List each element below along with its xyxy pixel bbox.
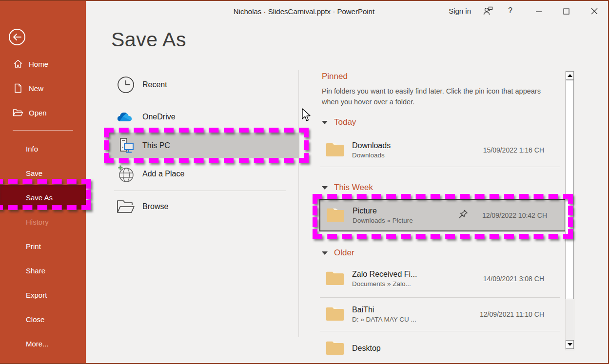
globe-plus-icon xyxy=(116,164,136,184)
sidebar-item-export[interactable]: Export xyxy=(0,283,86,307)
folder-icon xyxy=(326,270,344,287)
place-label: OneDrive xyxy=(142,113,176,121)
folder-text: Desktop xyxy=(352,344,381,353)
row-divider xyxy=(320,297,560,298)
places-divider xyxy=(114,191,286,191)
sidebar-item-share[interactable]: Share xyxy=(0,258,86,283)
sidebar-item-close[interactable]: Close xyxy=(0,307,86,331)
collapse-triangle-icon[interactable] xyxy=(322,121,328,124)
row-divider xyxy=(320,167,560,167)
place-onedrive[interactable]: OneDrive xyxy=(108,105,299,129)
folder-path: Downloads » Picture xyxy=(353,217,413,224)
sidebar-item-history: History xyxy=(0,210,86,234)
collapse-triangle-icon[interactable] xyxy=(322,186,328,190)
row-divider xyxy=(320,331,560,331)
sidebar-item-label: Save As xyxy=(26,193,53,202)
folder-text: BaiThi D: » DATA MAY CU ... xyxy=(352,306,416,323)
place-label: Add a Place xyxy=(142,170,184,178)
scroll-up-button[interactable] xyxy=(566,71,574,80)
group-label: Today xyxy=(334,117,356,127)
folder-icon xyxy=(326,141,344,159)
back-button[interactable] xyxy=(9,29,25,45)
new-document-icon xyxy=(13,83,23,94)
mouse-cursor-icon xyxy=(301,108,312,125)
folder-row-zalo[interactable]: Zalo Received Fi... Documents » Zalo... … xyxy=(316,265,564,292)
place-label: Recent xyxy=(142,80,167,89)
maximize-button[interactable] xyxy=(560,6,572,16)
sign-in-link[interactable]: Sign in xyxy=(449,7,471,15)
pinned-section-title: Pinned xyxy=(322,72,348,81)
folder-name: Downloads xyxy=(352,141,391,150)
place-browse[interactable]: Browse xyxy=(108,195,299,218)
sidebar-item-label: More... xyxy=(26,340,49,348)
place-this-pc[interactable]: This PC xyxy=(108,133,299,158)
sidebar-item-label: Export xyxy=(26,291,47,299)
sidebar-item-label: Info xyxy=(26,145,38,153)
scrollbar-thumb[interactable] xyxy=(566,80,574,299)
folder-row-downloads[interactable]: Downloads Downloads 15/09/2022 1:16 CH xyxy=(316,136,564,164)
sidebar-item-label: New xyxy=(29,84,43,93)
group-header-older[interactable]: Older xyxy=(322,248,354,258)
vertical-scrollbar[interactable] xyxy=(565,71,574,350)
folder-path: Downloads xyxy=(352,152,391,159)
folder-path: D: » DATA MAY CU ... xyxy=(352,316,416,323)
sidebar-item-label: Close xyxy=(26,315,44,324)
folder-row-baithi[interactable]: BaiThi D: » DATA MAY CU ... 12/09/2021 1… xyxy=(316,301,564,328)
collapse-triangle-icon[interactable] xyxy=(322,251,328,255)
folder-date: 14/09/2021 3:08 CH xyxy=(483,275,544,283)
pc-monitor-icon xyxy=(116,136,136,155)
folder-row-picture-selected[interactable]: Picture Downloads » Picture 12/09/2022 1… xyxy=(319,199,566,231)
scroll-down-arrow-icon xyxy=(568,343,572,346)
clock-icon xyxy=(116,75,136,95)
group-header-today[interactable]: Today xyxy=(322,117,356,127)
sidebar-item-label: Open xyxy=(29,109,47,117)
folder-path: Documents » Zalo... xyxy=(352,280,417,287)
folder-name: Picture xyxy=(353,207,413,215)
sidebar-item-info[interactable]: Info xyxy=(0,136,86,161)
place-add-a-place[interactable]: Add a Place xyxy=(108,162,299,186)
sidebar-item-save-as[interactable]: Save As xyxy=(0,185,86,210)
folder-text: Zalo Received Fi... Documents » Zalo... xyxy=(352,270,417,287)
folder-date: 15/09/2022 1:16 CH xyxy=(483,146,544,154)
sidebar-item-label: History xyxy=(26,218,49,226)
help-icon[interactable]: ? xyxy=(508,6,512,15)
folder-row-desktop[interactable]: Desktop xyxy=(316,335,564,362)
sidebar-item-more[interactable]: More... xyxy=(0,331,86,356)
group-header-this-week[interactable]: This Week xyxy=(322,183,373,192)
pinned-description: Pin folders you want to easily find late… xyxy=(322,86,555,108)
folder-icon xyxy=(326,306,344,323)
sidebar-item-label: Save xyxy=(26,169,42,177)
folder-text: Picture Downloads » Picture xyxy=(353,207,413,224)
onedrive-cloud-icon xyxy=(116,107,136,127)
group-label: Older xyxy=(334,248,354,258)
pin-icon[interactable] xyxy=(458,209,469,222)
folder-name: Desktop xyxy=(352,344,381,353)
page-title: Save As xyxy=(111,28,186,51)
folder-text: Downloads Downloads xyxy=(352,141,391,159)
minimize-button[interactable] xyxy=(533,6,545,16)
sidebar-item-open[interactable]: Open xyxy=(0,100,86,125)
sidebar-item-label: Home xyxy=(29,60,48,68)
folder-name: BaiThi xyxy=(352,306,416,314)
sidebar-item-save[interactable]: Save xyxy=(0,161,86,185)
backstage-sidebar: Home New Open Info Save Save As History … xyxy=(0,1,86,363)
folder-date: 12/09/2021 11:10 CH xyxy=(480,310,544,318)
sidebar-item-new[interactable]: New xyxy=(0,76,86,100)
place-recent[interactable]: Recent xyxy=(108,73,299,96)
scroll-up-arrow-icon xyxy=(568,74,572,77)
folder-icon xyxy=(326,340,344,357)
sidebar-item-label: Share xyxy=(26,267,45,275)
scroll-down-button[interactable] xyxy=(566,340,574,349)
sidebar-item-home[interactable]: Home xyxy=(0,52,86,76)
powerpoint-backstage-window: Nicholas · SlidesCarnival.pptx - PowerPo… xyxy=(0,0,609,364)
close-button[interactable] xyxy=(589,6,600,16)
folder-date: 12/09/2022 10:42 CH xyxy=(482,211,547,219)
sidebar-item-print[interactable]: Print xyxy=(0,234,86,258)
home-icon xyxy=(13,58,23,69)
sidebar-item-label: Print xyxy=(26,242,41,250)
folder-icon xyxy=(326,207,345,224)
feedback-person-icon[interactable] xyxy=(482,5,494,18)
place-label: Browse xyxy=(142,202,168,211)
place-label: This PC xyxy=(142,141,170,150)
folder-name: Zalo Received Fi... xyxy=(352,270,417,279)
